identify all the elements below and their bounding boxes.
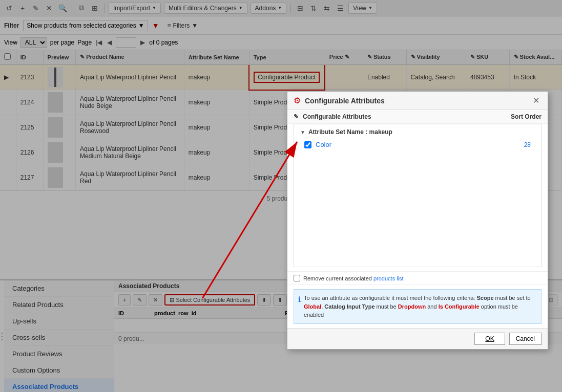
modal-pencil-icon: ✎: [294, 113, 299, 120]
modal-sort-col-label: Sort Order: [511, 113, 542, 120]
info-icon: ℹ: [298, 294, 301, 305]
modal-title-group: ⚙ Configurable Attributes: [294, 96, 385, 105]
modal-close-btn[interactable]: ✕: [531, 96, 542, 105]
remove-row: Remove current associated products list: [287, 271, 548, 285]
modal-ok-btn[interactable]: OK: [474, 333, 505, 345]
modal-title: Configurable Attributes: [305, 97, 385, 105]
modal-table-header: ✎ Configurable Attributes Sort Order: [287, 110, 548, 124]
modal-info-box: ℹ To use an attribute as configurable it…: [294, 289, 542, 324]
collapse-icon: ▼: [300, 129, 305, 135]
modal-cancel-btn[interactable]: Cancel: [509, 333, 542, 345]
modal-attr-row: Color 28: [300, 139, 535, 150]
catalog-keyword: Catalog Input Type: [324, 303, 374, 310]
configurable-link: Is Configurable: [439, 303, 480, 310]
color-attr-name: Color: [316, 141, 520, 148]
modal-header: ⚙ Configurable Attributes ✕: [287, 92, 548, 110]
configurable-attributes-modal: ⚙ Configurable Attributes ✕ ✎ Configurab…: [287, 91, 548, 350]
modal-settings-icon: ⚙: [294, 96, 301, 105]
modal-section: ▼ Attribute Set Name : makeup Color 28: [294, 124, 541, 155]
modal-attr-col-label: Configurable Attributes: [303, 113, 511, 120]
products-list-link[interactable]: products list: [373, 275, 404, 281]
modal-body: ✎ Configurable Attributes Sort Order ▼ A…: [287, 110, 548, 328]
dropdown-link: Dropdown: [398, 303, 426, 310]
modal-info: ℹ To use an attribute as configurable it…: [287, 285, 548, 328]
color-sort-order: 28: [524, 141, 531, 148]
scope-keyword: Scope: [477, 295, 494, 301]
modal-footer: OK Cancel: [287, 328, 548, 349]
modal-attr-set-label: Attribute Set Name : makeup: [308, 128, 392, 136]
modal-attr-area: ▼ Attribute Set Name : makeup Color 28: [294, 124, 542, 267]
modal-info-text: To use an attribute as configurable it m…: [304, 294, 537, 319]
modal-overlay: ⚙ Configurable Attributes ✕ ✎ Configurab…: [0, 0, 562, 392]
remove-label: Remove current associated products list: [303, 275, 404, 281]
modal-section-title[interactable]: ▼ Attribute Set Name : makeup: [300, 128, 535, 136]
color-attr-checkbox[interactable]: [304, 141, 311, 148]
remove-assoc-checkbox[interactable]: [294, 275, 300, 281]
global-link: Global: [304, 303, 321, 310]
